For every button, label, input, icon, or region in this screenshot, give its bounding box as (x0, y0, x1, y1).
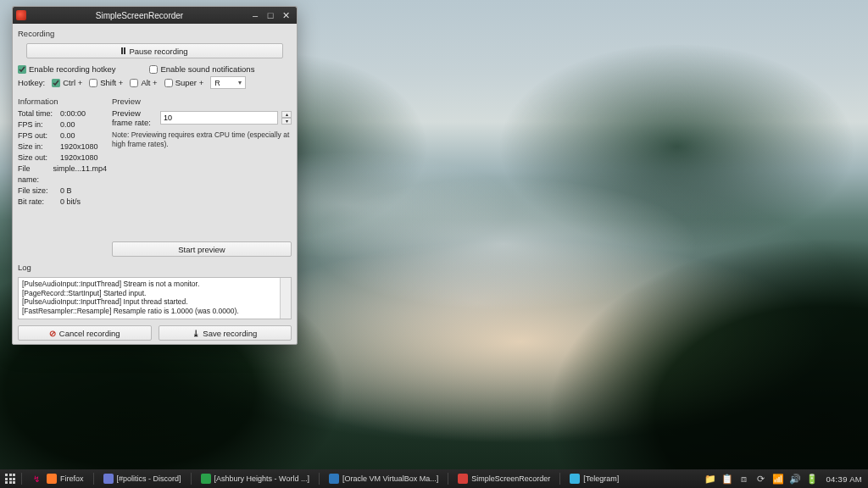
info-row: Size in:1920x1080 (18, 141, 107, 152)
save-icon: ⤓ (192, 329, 199, 338)
taskbar-app-icon (47, 474, 57, 484)
close-button[interactable]: ✕ (278, 9, 293, 21)
log-line: [FastResampler::Resample] Resample ratio… (22, 307, 287, 316)
taskbar-item-label: [Ashbury Heights - World ...] (214, 474, 309, 483)
hotkey-label: Hotkey: (18, 78, 45, 87)
minimize-button[interactable]: – (248, 9, 263, 21)
info-key: Size in: (18, 141, 60, 152)
log-box[interactable]: [PulseAudioInput::InputThread] Stream is… (18, 277, 292, 319)
taskbar-clock[interactable]: 04:39 AM (823, 474, 865, 484)
taskbar-app-icon (103, 474, 114, 484)
hotkey-super[interactable]: Super + (164, 78, 204, 87)
info-key: Total time: (18, 108, 60, 119)
taskbar-separator (93, 473, 94, 485)
taskbar-item[interactable]: [Oracle VM VirtualBox Ma...] (324, 472, 443, 485)
info-value: 0 B (60, 186, 107, 197)
info-value: simple...11.mp4 (53, 164, 107, 186)
window-title: SimpleScreenRecorder (31, 11, 248, 20)
taskbar-item[interactable]: [Ashbury Heights - World ...] (196, 472, 314, 485)
battery-icon[interactable]: 🔋 (806, 474, 816, 484)
section-preview: Preview (112, 97, 292, 106)
save-recording-button[interactable]: ⤓ Save recording (159, 325, 292, 341)
taskbar: ↯ Firefox[#politics - Discord][Ashbury H… (0, 469, 868, 488)
taskbar-item[interactable]: [Telegram] (565, 472, 624, 485)
taskbar-item-label: SimpleScreenRecorder (471, 474, 550, 483)
pause-recording-button[interactable]: Pause recording (26, 43, 283, 58)
info-value: 1920x1080 (60, 141, 107, 152)
taskbar-app-icon (201, 474, 211, 484)
system-tray: 📁 📋 ⧈ ⟳ 📶 🔊 🔋 04:39 AM (704, 474, 865, 484)
taskbar-item[interactable]: [#politics - Discord] (98, 472, 186, 485)
log-line: [PageRecord::StartInput] Started input. (22, 289, 287, 298)
taskbar-separator (448, 473, 448, 485)
updates-icon[interactable]: ⟳ (755, 474, 765, 484)
taskbar-separator (21, 473, 22, 485)
info-key: FPS out: (18, 130, 60, 141)
cancel-icon: ⊘ (49, 329, 56, 338)
info-row: FPS in:0.00 (18, 119, 107, 130)
pause-icon (121, 47, 125, 54)
titlebar[interactable]: SimpleScreenRecorder – □ ✕ (13, 7, 297, 24)
info-value: 0.00 (60, 119, 107, 130)
taskbar-item[interactable]: SimpleScreenRecorder (453, 472, 555, 485)
log-line: [PulseAudioInput::InputThread] Input thr… (22, 297, 287, 307)
info-key: File name: (18, 164, 53, 186)
taskbar-app-icon (570, 474, 580, 484)
taskbar-separator (319, 473, 320, 485)
info-key: File size: (18, 186, 60, 197)
info-row: Size out:1920x1080 (18, 152, 107, 164)
log-line: [PulseAudioInput::InputThread] Stream is… (22, 280, 287, 289)
preview-rate-spinner[interactable]: ▴▾ (281, 111, 292, 125)
info-row: File name:simple...11.mp4 (18, 164, 107, 186)
dropbox-icon[interactable]: ⧈ (738, 474, 748, 484)
info-value: 0:00:00 (60, 108, 107, 119)
preview-rate-label: Preview frame rate: (112, 108, 157, 127)
info-key: FPS in: (18, 119, 60, 130)
folder-icon[interactable]: 📁 (704, 474, 715, 484)
taskbar-item-label: [Oracle VM VirtualBox Ma...] (342, 474, 438, 483)
taskbar-app-icon (458, 474, 468, 484)
hotkey-shift[interactable]: Shift + (89, 78, 123, 87)
info-row: File size:0 B (18, 186, 107, 197)
applications-grid-icon[interactable] (3, 472, 17, 485)
info-row: Total time:0:00:00 (18, 108, 107, 119)
section-log: Log (18, 263, 292, 272)
info-key: Size out: (18, 152, 60, 164)
maximize-button[interactable]: □ (263, 9, 278, 21)
info-value: 1920x1080 (60, 152, 107, 164)
hotkey-ctrl[interactable]: Ctrl + (52, 78, 82, 87)
taskbar-separator (191, 473, 192, 485)
hotkey-alt[interactable]: Alt + (130, 78, 157, 87)
info-key: Bit rate: (18, 197, 60, 208)
taskbar-item[interactable]: Firefox (42, 472, 89, 485)
info-value: 0.00 (60, 130, 107, 141)
taskbar-separator (559, 473, 560, 485)
cancel-recording-button[interactable]: ⊘ Cancel recording (18, 325, 152, 341)
taskbar-item-label: [Telegram] (583, 474, 619, 483)
volume-icon[interactable]: 🔊 (789, 474, 799, 484)
ssr-window: SimpleScreenRecorder – □ ✕ Recording Pau… (12, 6, 298, 345)
info-row: FPS out:0.00 (18, 130, 107, 141)
info-row: Bit rate:0 bit/s (18, 197, 107, 208)
preview-note: Note: Previewing requires extra CPU time… (112, 130, 292, 149)
preview-rate-input[interactable] (160, 111, 278, 125)
hotkey-key-combo[interactable]: R (210, 76, 246, 89)
wifi-icon[interactable]: 📶 (772, 474, 782, 484)
activity-indicator-icon: ↯ (33, 474, 40, 484)
enable-sound-checkbox[interactable]: Enable sound notifications (149, 64, 254, 74)
taskbar-app-icon (329, 474, 339, 484)
preview-area (112, 149, 292, 241)
clipboard-icon[interactable]: 📋 (721, 474, 732, 484)
start-preview-button[interactable]: Start preview (112, 241, 292, 257)
taskbar-item-label: [#politics - Discord] (117, 474, 181, 483)
section-information: Information (18, 97, 107, 106)
enable-hotkey-checkbox[interactable]: Enable recording hotkey (18, 64, 115, 74)
taskbar-item-label: Firefox (60, 474, 84, 483)
info-value: 0 bit/s (60, 197, 107, 208)
app-icon (16, 10, 26, 20)
pause-recording-label: Pause recording (129, 47, 187, 56)
section-recording: Recording (18, 29, 292, 38)
